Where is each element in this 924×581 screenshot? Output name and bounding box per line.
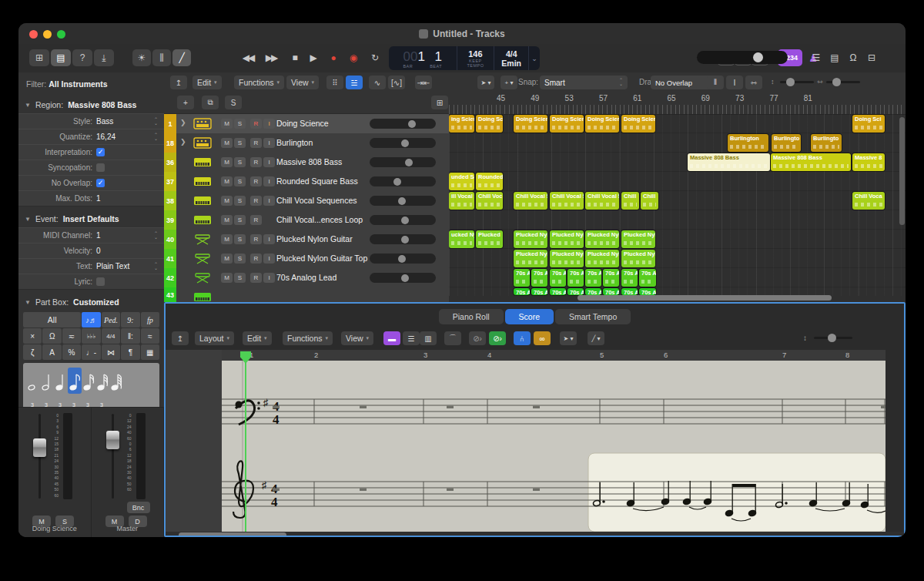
lcd-key[interactable]: 4/4 Emin xyxy=(494,46,529,70)
param-row-midichannel[interactable]: MIDI Channel:1⌃⌄ xyxy=(18,228,164,243)
track-row-40[interactable]: 40 MSRIPlucked Nylon Guitar xyxy=(164,230,449,250)
note-duration-64[interactable] xyxy=(109,368,123,395)
partbox-accidentals-button[interactable]: ♭♭♭ xyxy=(82,328,100,344)
record-enable-button[interactable]: R xyxy=(250,176,262,186)
note-duration-4[interactable] xyxy=(54,368,68,395)
record-enable-button[interactable]: R xyxy=(250,138,262,148)
region-70s-a[interactable]: 70s A xyxy=(514,288,530,295)
mute-button[interactable]: M xyxy=(221,176,233,186)
solo-button[interactable]: S xyxy=(234,157,246,167)
track-volume-knob[interactable] xyxy=(393,178,401,186)
loop-browser-icon[interactable]: Ω xyxy=(845,49,861,66)
event-section-header[interactable]: ▼ Event:Insert Defaults xyxy=(18,208,164,227)
param-row-quantize[interactable]: Quantize:16,24⌃⌄ xyxy=(18,129,164,145)
region-doing-scien[interactable]: Doing Scien xyxy=(550,115,584,133)
record-enable-button[interactable]: R xyxy=(250,254,262,264)
quick-help-icon[interactable]: ? xyxy=(72,49,92,66)
filter-row[interactable]: Filter: All Instruments xyxy=(18,72,164,94)
region-chill[interactable]: Chill xyxy=(641,192,658,210)
snap-dropdown[interactable]: Smart⌃⌄ xyxy=(540,76,628,89)
param-row-velocity[interactable]: Velocity:0 xyxy=(18,243,164,259)
mute-button[interactable]: M xyxy=(221,234,233,244)
flex-icon[interactable]: [∿] xyxy=(388,76,405,89)
toolbox-icon[interactable]: ⤓ xyxy=(94,49,114,66)
input-monitor-button[interactable]: I xyxy=(263,138,275,148)
partbox-section-header[interactable]: ▼ Part Box:Customized xyxy=(18,291,164,311)
partbox-all-button[interactable]: All xyxy=(23,312,81,327)
zoom-knob[interactable] xyxy=(786,78,795,86)
param-row-maxdots[interactable]: Max. Dots:1 xyxy=(18,191,164,206)
mute-button[interactable]: M xyxy=(221,254,233,264)
region-70s-a[interactable]: 70s A xyxy=(639,288,656,295)
record-enable-button[interactable]: R xyxy=(250,196,262,206)
region-70s-a[interactable]: 70s A xyxy=(603,288,619,295)
partbox-notes-button[interactable]: ♪♬ xyxy=(82,312,100,327)
volume-fader[interactable] xyxy=(33,438,46,457)
lcd-chevron[interactable]: ⌄ xyxy=(529,46,540,70)
param-row-lyric[interactable]: Lyric: xyxy=(18,274,164,289)
menu-functions[interactable]: Functions▾ xyxy=(234,76,284,89)
mute-button[interactable]: M xyxy=(221,273,233,283)
cycle-button[interactable]: ↻ xyxy=(365,49,383,66)
track-volume-knob[interactable] xyxy=(405,159,413,166)
score-horizontal-scrollbar[interactable] xyxy=(179,532,286,537)
partbox-segno-button[interactable]: % xyxy=(62,344,81,360)
track-row-42[interactable]: 42 MSRI70s Analog Lead xyxy=(164,268,449,288)
track-volume-slider[interactable] xyxy=(370,196,436,206)
notepad-icon[interactable]: ▤ xyxy=(827,49,842,66)
region-ucked-nyl[interactable]: ucked Nyl xyxy=(449,230,474,248)
stepper-arrows[interactable]: ⌃⌄ xyxy=(154,263,158,270)
catch-playhead-icon[interactable]: ⇥⇤ xyxy=(415,76,432,89)
region-unded-sq[interactable]: unded Sq xyxy=(449,173,474,190)
mute-button[interactable]: M xyxy=(221,138,233,148)
forward-button[interactable]: ▶▶ xyxy=(262,49,280,66)
track-volume-knob[interactable] xyxy=(398,197,406,205)
input-monitor-button[interactable]: I xyxy=(263,176,275,186)
inspector-icon[interactable]: ▤ xyxy=(51,49,71,66)
input-monitor-button[interactable]: I xyxy=(263,119,275,129)
checkbox[interactable]: ✓ xyxy=(96,148,105,156)
region-doing-scien[interactable]: Doing Scien xyxy=(621,115,655,133)
vertical-autozoom-icon[interactable]: Ⅰ xyxy=(726,76,743,89)
back-arrow-button[interactable]: ↥ xyxy=(170,76,187,89)
partbox-rest-button[interactable]: ζ xyxy=(23,344,42,360)
track-row-36[interactable]: 36 MSRIMassive 808 Bass xyxy=(164,153,449,173)
grid-view-icon[interactable]: ⠿ xyxy=(326,76,343,89)
mixer-icon[interactable]: ⫼ xyxy=(152,49,171,66)
duplicate-track-button[interactable]: ⧉ xyxy=(202,96,219,109)
zoom-knob[interactable] xyxy=(828,334,836,342)
list-view-icon[interactable]: ☱ xyxy=(346,76,363,89)
record-enable-button[interactable]: R xyxy=(250,234,262,244)
glue-tool-icon[interactable]: ⌒ xyxy=(444,331,461,345)
track-header-config-button[interactable]: ⊞ xyxy=(431,96,448,109)
partbox-noteheads-button[interactable]: × xyxy=(23,328,42,344)
play-button[interactable]: ▶ xyxy=(303,49,322,66)
track-volume-knob[interactable] xyxy=(401,217,409,224)
input-monitor-button[interactable]: I xyxy=(263,157,275,167)
record-enable-button[interactable]: R xyxy=(250,273,262,283)
rewind-button[interactable]: ◀◀ xyxy=(239,49,257,66)
capture-record-button[interactable]: ◉ xyxy=(343,49,362,66)
solo-button[interactable]: S xyxy=(234,176,246,186)
region-chill[interactable]: Chill xyxy=(621,192,639,210)
track-volume-knob[interactable] xyxy=(401,139,409,147)
param-row-syncopation[interactable]: Syncopation: xyxy=(18,160,164,176)
partbox-repeats-button[interactable]: ‖: xyxy=(121,328,139,344)
menu-edit[interactable]: Edit▾ xyxy=(192,76,222,89)
region-70s-a[interactable]: 70s A xyxy=(550,269,566,287)
track-volume-slider[interactable] xyxy=(370,176,436,186)
region-chill-voc[interactable]: Chill Voc xyxy=(476,192,503,210)
note-duration-32[interactable] xyxy=(95,368,109,395)
solo-button[interactable]: S xyxy=(234,254,246,264)
region-burlingto[interactable]: Burlingto xyxy=(772,134,801,152)
region-doing-sc[interactable]: Doing Sc xyxy=(476,115,503,133)
track-volume-slider[interactable] xyxy=(370,273,436,283)
checkbox[interactable] xyxy=(96,163,105,172)
bounce-button[interactable]: Bnc xyxy=(127,502,150,513)
region-massive-8[interactable]: Massive 8 xyxy=(852,153,885,171)
volume-fader[interactable] xyxy=(106,431,119,449)
region-chill-vocal-s[interactable]: Chill Vocal S xyxy=(514,192,547,210)
track-volume-knob[interactable] xyxy=(401,236,409,243)
note-duration-8[interactable] xyxy=(68,368,82,395)
param-row-style[interactable]: Style:Bass⌃⌄ xyxy=(18,114,164,129)
